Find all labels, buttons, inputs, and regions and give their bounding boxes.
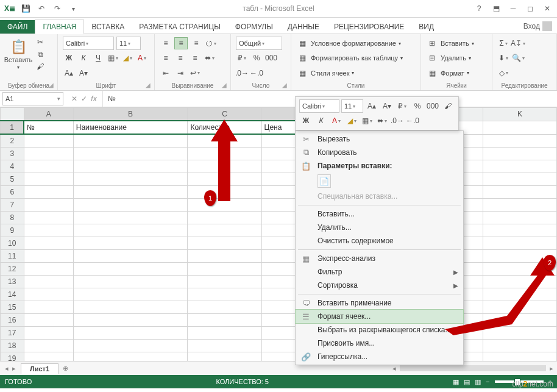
cell-K6[interactable]	[483, 186, 556, 199]
ribbon-options-icon[interactable]: ⬒	[490, 2, 502, 15]
mini-font-name[interactable]: Calibri	[299, 99, 339, 113]
cell-K14[interactable]	[483, 288, 556, 301]
insert-cells-button[interactable]: Вставить	[441, 40, 469, 47]
cell-K3[interactable]	[483, 148, 556, 160]
row-header-11[interactable]: 11	[1, 250, 24, 263]
cell-A11[interactable]	[24, 250, 73, 263]
cell-styles-button[interactable]: Стили ячеек	[311, 69, 349, 77]
cell-K5[interactable]	[483, 173, 556, 186]
cell-B13[interactable]	[73, 276, 188, 288]
format-painter-icon[interactable]: 🖌	[34, 61, 46, 72]
row-header-16[interactable]: 16	[1, 314, 24, 327]
cell-B5[interactable]	[73, 173, 188, 186]
ctx-define-name[interactable]: Присвоить имя...	[296, 337, 463, 350]
cell-K13[interactable]	[483, 276, 556, 288]
autosum-icon[interactable]: Σ	[497, 38, 509, 49]
conditional-format-button[interactable]: Условное форматирование	[311, 40, 396, 47]
ctx-sort[interactable]: Сортировка▶	[296, 279, 463, 292]
cell-K15[interactable]	[483, 301, 556, 314]
cell-B8[interactable]	[73, 212, 188, 224]
qat-dropdown-icon[interactable]: ▾	[67, 2, 79, 15]
ctx-format-cells[interactable]: ☰Формат ячеек...	[296, 310, 463, 323]
cell-K9[interactable]	[483, 224, 556, 237]
sheet-nav-prev-icon[interactable]: ◂	[5, 365, 9, 372]
cell-K16[interactable]	[483, 314, 556, 327]
cell-B2[interactable]	[73, 134, 188, 148]
merge-icon[interactable]: ⬌	[204, 52, 216, 63]
help-icon[interactable]: ?	[473, 2, 485, 15]
worksheet-grid[interactable]: ABCDEJK1№НаименованиеКоличествоЦенаСумма…	[0, 107, 557, 361]
italic-button[interactable]: К	[77, 52, 90, 63]
cell-B4[interactable]	[73, 160, 188, 173]
cell-A1[interactable]: №	[24, 121, 73, 134]
format-table-button[interactable]: Форматировать как таблицу	[311, 54, 398, 62]
font-color-button[interactable]: A	[136, 52, 148, 63]
cancel-formula-icon[interactable]: ✕	[71, 94, 77, 103]
ctx-quick-analysis[interactable]: ▦Экспресс-анализ	[296, 252, 463, 265]
mini-inc-decimal-icon[interactable]: .0→	[391, 115, 404, 126]
mini-border-icon[interactable]: ▦	[360, 115, 374, 126]
cell-K2[interactable]	[483, 134, 556, 148]
copy-icon[interactable]: ⧉	[34, 49, 46, 60]
cell-A7[interactable]	[24, 199, 73, 212]
cell-C9[interactable]	[188, 224, 261, 237]
row-header-13[interactable]: 13	[1, 276, 24, 288]
col-header-B[interactable]: B	[73, 108, 188, 121]
sort-filter-icon[interactable]: A↧	[512, 38, 524, 49]
restore-icon[interactable]: ◻	[524, 2, 536, 15]
ctx-insert-comment[interactable]: 🗨Вставить примечание	[296, 296, 463, 310]
col-header-A[interactable]: A	[24, 108, 73, 121]
cell-A15[interactable]	[24, 301, 73, 314]
cell-C14[interactable]	[188, 288, 261, 301]
cell-K10[interactable]	[483, 237, 556, 250]
cell-K19[interactable]	[483, 352, 556, 362]
sheet-nav-next-icon[interactable]: ▸	[12, 365, 16, 372]
cell-C5[interactable]	[188, 173, 261, 186]
undo-icon[interactable]: ↶	[35, 2, 48, 15]
cell-C7[interactable]	[188, 199, 261, 212]
align-launcher-icon[interactable]: ◢	[222, 82, 229, 89]
cell-B12[interactable]	[73, 263, 188, 276]
cell-B10[interactable]	[73, 237, 188, 250]
tab-view[interactable]: ВИД	[411, 20, 441, 34]
row-header-14[interactable]: 14	[1, 288, 24, 301]
cell-K8[interactable]	[483, 212, 556, 224]
mini-dec-decimal-icon[interactable]: ←.0	[406, 115, 419, 126]
ctx-cut[interactable]: ✂Вырезать	[296, 132, 463, 146]
cell-B15[interactable]	[73, 301, 188, 314]
cell-C15[interactable]	[188, 301, 261, 314]
decrease-indent-icon[interactable]: ⇤	[160, 68, 172, 79]
view-page-layout-icon[interactable]: ▤	[464, 378, 470, 386]
cell-K12[interactable]	[483, 263, 556, 276]
tab-home[interactable]: ГЛАВНАЯ	[35, 20, 84, 34]
row-header-3[interactable]: 3	[1, 148, 24, 160]
cell-A13[interactable]	[24, 276, 73, 288]
mini-font-size[interactable]: 11	[341, 99, 363, 113]
cell-A17[interactable]	[24, 327, 73, 340]
row-header-15[interactable]: 15	[1, 301, 24, 314]
cell-C4[interactable]	[188, 160, 261, 173]
cell-A12[interactable]	[24, 263, 73, 276]
comma-icon[interactable]: 000	[265, 52, 277, 63]
cell-B14[interactable]	[73, 288, 188, 301]
row-header-9[interactable]: 9	[1, 224, 24, 237]
add-sheet-icon[interactable]: ⊕	[59, 365, 72, 372]
number-launcher-icon[interactable]: ◢	[282, 82, 289, 89]
cell-A3[interactable]	[24, 148, 73, 160]
cell-A14[interactable]	[24, 288, 73, 301]
format-cells-button[interactable]: Формат	[441, 69, 464, 77]
mini-currency-icon[interactable]: ₽	[396, 101, 409, 112]
mini-font-color-icon[interactable]: A	[330, 115, 343, 126]
mini-decrease-font-icon[interactable]: A▾	[380, 101, 394, 112]
cell-A5[interactable]	[24, 173, 73, 186]
row-header-6[interactable]: 6	[1, 186, 24, 199]
currency-icon[interactable]: ₽	[236, 52, 248, 63]
font-launcher-icon[interactable]: ◢	[146, 82, 153, 89]
mini-percent-icon[interactable]: %	[411, 101, 424, 112]
cell-C19[interactable]	[188, 352, 261, 362]
clipboard-launcher-icon[interactable]: ◢	[49, 82, 56, 89]
align-bottom-icon[interactable]: ≡	[190, 38, 202, 49]
align-top-icon[interactable]: ≡	[160, 38, 172, 49]
align-center-icon[interactable]: ≡	[174, 52, 186, 63]
increase-indent-icon[interactable]: ⇥	[174, 68, 186, 79]
